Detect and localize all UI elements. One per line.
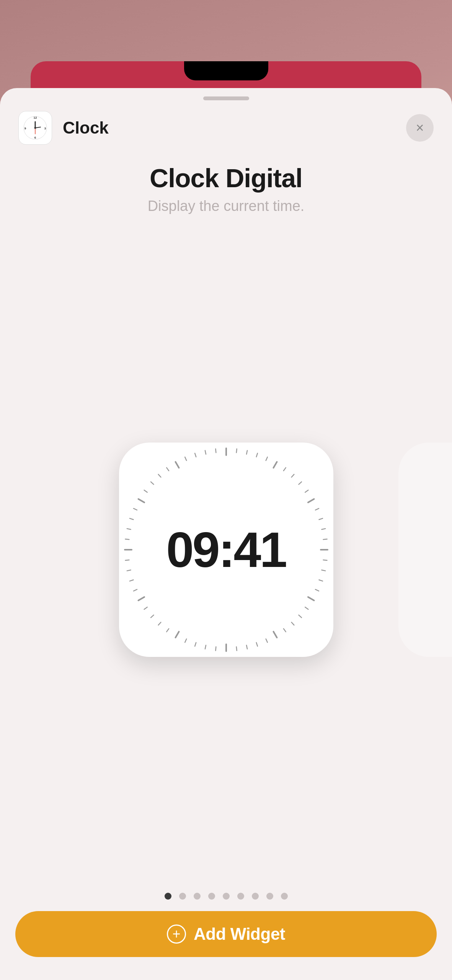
svg-line-67 xyxy=(195,453,196,457)
svg-line-23 xyxy=(321,529,325,529)
svg-line-32 xyxy=(299,615,301,618)
svg-line-28 xyxy=(319,580,323,581)
close-button[interactable]: × xyxy=(406,114,434,142)
svg-line-49 xyxy=(144,607,147,609)
svg-line-41 xyxy=(215,647,216,650)
svg-line-50 xyxy=(138,597,144,600)
svg-line-33 xyxy=(291,622,294,625)
svg-line-53 xyxy=(127,570,131,571)
dot-7[interactable] xyxy=(252,893,259,900)
add-widget-button[interactable]: + Add Widget xyxy=(15,911,437,957)
svg-line-27 xyxy=(321,570,325,571)
clock-app-icon: 12 3 6 9 xyxy=(20,113,51,143)
widget-subtitle: Display the current time. xyxy=(148,198,305,214)
svg-line-24 xyxy=(323,539,327,539)
svg-line-37 xyxy=(256,642,257,646)
svg-line-17 xyxy=(291,474,294,477)
svg-line-16 xyxy=(283,468,286,471)
title-section: Clock Digital Display the current time. xyxy=(125,152,328,222)
dot-8[interactable] xyxy=(266,893,273,900)
svg-line-52 xyxy=(129,580,133,581)
svg-line-18 xyxy=(299,482,301,485)
svg-text:6: 6 xyxy=(34,136,36,139)
dot-2[interactable] xyxy=(179,893,186,900)
svg-line-13 xyxy=(256,453,257,457)
svg-line-20 xyxy=(308,499,314,502)
svg-line-36 xyxy=(266,639,267,642)
svg-line-48 xyxy=(151,615,153,618)
dot-5[interactable] xyxy=(223,893,230,900)
svg-line-66 xyxy=(185,457,186,461)
svg-line-42 xyxy=(205,645,206,649)
svg-line-19 xyxy=(305,490,308,492)
svg-line-62 xyxy=(151,482,153,485)
svg-line-54 xyxy=(125,560,129,560)
svg-line-31 xyxy=(305,607,308,609)
svg-line-22 xyxy=(319,518,323,519)
clock-time-display: 09:41 xyxy=(166,521,286,578)
svg-text:3: 3 xyxy=(44,127,46,130)
app-icon-container: 12 3 6 9 xyxy=(18,111,52,145)
app-name-label: Clock xyxy=(63,118,406,137)
drag-handle[interactable] xyxy=(203,96,249,100)
svg-line-60 xyxy=(138,499,144,502)
svg-line-38 xyxy=(246,645,247,649)
svg-line-12 xyxy=(246,451,247,454)
svg-line-35 xyxy=(273,632,277,638)
svg-line-43 xyxy=(195,642,196,646)
dot-9[interactable] xyxy=(281,893,288,900)
svg-text:9: 9 xyxy=(24,127,26,130)
add-widget-label: Add Widget xyxy=(194,924,285,944)
plus-circle-icon: + xyxy=(167,924,186,944)
widget-preview-area: 09:41 xyxy=(0,222,452,877)
widget-title: Clock Digital xyxy=(148,164,305,193)
svg-point-9 xyxy=(34,127,36,129)
header-row: 12 3 6 9 Clock × xyxy=(0,100,452,152)
svg-line-69 xyxy=(215,449,216,452)
svg-line-21 xyxy=(315,508,318,510)
dot-4[interactable] xyxy=(208,893,215,900)
svg-line-65 xyxy=(175,462,179,468)
svg-text:12: 12 xyxy=(34,116,37,119)
svg-line-26 xyxy=(323,560,327,560)
dot-1[interactable] xyxy=(165,893,171,900)
svg-line-45 xyxy=(175,632,179,638)
partial-widget-right xyxy=(398,443,452,657)
svg-line-34 xyxy=(283,629,286,632)
svg-line-64 xyxy=(166,468,169,471)
svg-line-11 xyxy=(236,449,237,452)
svg-line-39 xyxy=(236,647,237,650)
svg-line-15 xyxy=(273,462,277,468)
svg-line-44 xyxy=(185,639,186,642)
svg-line-57 xyxy=(127,529,131,529)
digital-clock-widget: 09:41 xyxy=(119,443,333,657)
svg-line-68 xyxy=(205,451,206,454)
svg-line-61 xyxy=(144,490,147,492)
pagination-dots xyxy=(165,877,288,911)
dot-6[interactable] xyxy=(237,893,244,900)
svg-line-59 xyxy=(133,508,137,510)
svg-line-51 xyxy=(133,590,137,591)
phone-notch xyxy=(184,61,268,80)
svg-line-29 xyxy=(315,590,318,591)
svg-line-47 xyxy=(158,622,161,625)
svg-line-58 xyxy=(129,518,133,519)
svg-line-63 xyxy=(158,474,161,477)
svg-line-14 xyxy=(266,457,267,461)
svg-line-30 xyxy=(308,597,314,600)
close-icon: × xyxy=(416,121,424,135)
svg-line-56 xyxy=(125,539,129,539)
dot-3[interactable] xyxy=(194,893,201,900)
svg-line-46 xyxy=(166,629,169,632)
main-sheet: 12 3 6 9 Clock × Clock Digital Display t… xyxy=(0,88,452,980)
